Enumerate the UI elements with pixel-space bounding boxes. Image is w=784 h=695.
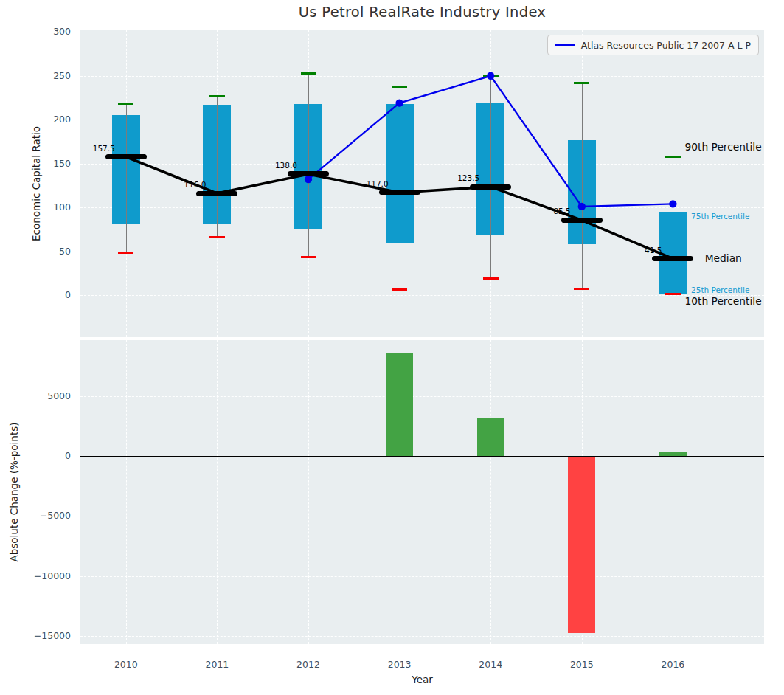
median-value-label: 157.5 (93, 144, 115, 153)
x-tick-label: 2015 (560, 659, 604, 670)
annotation-25th-percentile: 25th Percentile (691, 286, 749, 294)
y-tick-label: 200 (0, 114, 71, 125)
change-bar-2014 (477, 418, 504, 456)
annotation-median: Median (705, 252, 742, 264)
annotation-90th-percentile: 90th Percentile (684, 141, 761, 153)
y-tick-label: −10000 (0, 570, 71, 581)
gridline-vertical (217, 340, 218, 644)
gridline-horizontal (80, 516, 764, 516)
x-tick-label: 2016 (651, 659, 695, 670)
chart-title: Us Petrol RealRate Industry Index (80, 4, 764, 21)
gridline-vertical (490, 340, 491, 644)
legend-label: Atlas Resources Public 17 2007 A L P (581, 40, 751, 51)
x-tick-label: 2014 (468, 659, 513, 670)
x-tick-label: 2010 (104, 659, 148, 670)
gridline-horizontal (80, 636, 764, 637)
gridline-vertical (673, 340, 673, 644)
median-marker-2016 (652, 256, 693, 261)
y-tick-label: 50 (0, 246, 71, 257)
series-point (578, 203, 586, 210)
series-point (305, 176, 312, 183)
lines-overlay (80, 30, 764, 337)
y-tick-label: 150 (0, 158, 71, 169)
y-tick-label: 5000 (0, 390, 71, 401)
top-plot-area: 157.5116.0138.0117.0123.585.541.590th Pe… (80, 30, 764, 337)
median-value-label: 117.0 (367, 179, 389, 188)
median-value-label: 41.5 (645, 246, 662, 255)
y-tick-label: 100 (0, 201, 71, 212)
median-marker-2014 (470, 184, 511, 190)
gridline-vertical (126, 340, 127, 644)
y-tick-label: 0 (0, 450, 71, 461)
series-point (669, 200, 676, 207)
median-value-label: 138.0 (275, 161, 297, 170)
median-marker-2011 (196, 191, 237, 196)
median-value-label: 123.5 (457, 173, 479, 182)
annotation-10th-percentile: 10th Percentile (684, 295, 761, 307)
median-marker-2012 (288, 171, 329, 176)
legend: Atlas Resources Public 17 2007 A L P (547, 35, 759, 55)
change-bar-2013 (386, 353, 413, 456)
bottom-plot-area (80, 340, 764, 644)
series-point (395, 99, 403, 106)
annotation-75th-percentile: 75th Percentile (691, 212, 749, 221)
y-tick-label: 0 (0, 289, 71, 300)
median-value-label: 116.0 (184, 180, 206, 189)
median-marker-2015 (561, 218, 603, 223)
gridline-horizontal (80, 396, 764, 397)
gridline-vertical (308, 340, 309, 644)
x-tick-label: 2011 (195, 659, 239, 670)
top-y-axis-label: Economic Capital Ratio (30, 126, 42, 241)
y-tick-label: −15000 (0, 630, 71, 641)
y-tick-label: 250 (0, 70, 71, 81)
series-point (487, 72, 494, 80)
x-axis-label: Year (80, 674, 764, 685)
x-tick-label: 2012 (286, 659, 330, 670)
legend-line-swatch (555, 44, 575, 46)
median-marker-2010 (105, 154, 147, 159)
figure: Us Petrol RealRate Industry Index 157.51… (0, 0, 784, 695)
zero-baseline (80, 456, 764, 457)
bottom-y-axis-label: Absolute Change (%-points) (8, 423, 20, 562)
x-tick-label: 2013 (378, 659, 422, 670)
median-value-label: 85.5 (553, 207, 570, 215)
y-tick-label: −5000 (0, 510, 71, 521)
median-trend-line (126, 157, 673, 259)
change-bar-2015 (568, 456, 595, 633)
gridline-horizontal (80, 576, 764, 577)
median-marker-2013 (379, 190, 420, 195)
y-tick-label: 300 (0, 26, 71, 37)
